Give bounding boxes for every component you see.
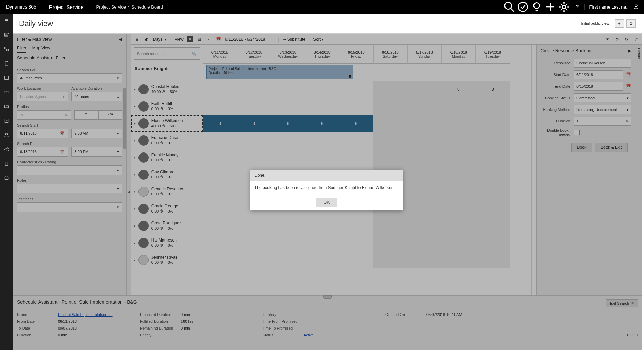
expand-icon[interactable]: ▸ — [134, 207, 136, 210]
resource-row[interactable]: ▸Gracie George0:00 ⏱ 0% — [131, 200, 203, 217]
calendar-cell[interactable] — [339, 234, 374, 251]
calendar-cell[interactable] — [203, 200, 237, 217]
nav-report-icon[interactable] — [2, 117, 11, 125]
calendar-cell[interactable] — [408, 217, 442, 234]
expand-icon[interactable]: ▸ — [134, 122, 136, 125]
calendar-cell[interactable] — [237, 234, 271, 251]
calendar-cell[interactable]: 8 — [442, 81, 476, 98]
book-exit-button[interactable]: Book & Exit — [595, 143, 628, 152]
calendar-cell[interactable]: 8 — [339, 115, 374, 132]
resize-handle[interactable] — [323, 295, 332, 299]
sort-select[interactable]: Sort ▾ — [313, 37, 324, 42]
calendar-cell[interactable] — [339, 81, 374, 98]
calendar-cell[interactable]: 8 — [203, 115, 237, 132]
resource-row[interactable]: ▸Faith Ratliff0:00 ⏱ 0% — [131, 98, 203, 115]
resource-row[interactable]: ▸Gay Gilmore0:00 ⏱ 0% — [131, 166, 203, 183]
calendar-cell[interactable] — [476, 200, 510, 217]
nav-schedule-icon[interactable] — [2, 31, 11, 39]
calendar-cell[interactable] — [271, 132, 305, 149]
nav-two-icon[interactable] — [2, 45, 11, 53]
resource-row[interactable]: ▸Hal Matheson0:00 ⏱ 0% — [131, 234, 203, 251]
calendar-cell[interactable] — [203, 98, 237, 115]
calendar-cell[interactable] — [442, 200, 476, 217]
expand-grid-icon[interactable]: ⊞ — [134, 37, 140, 42]
expand-icon[interactable]: ▸ — [134, 139, 136, 142]
calendar-cell[interactable] — [476, 166, 510, 183]
next-range-icon[interactable]: › — [268, 37, 275, 42]
territories-select[interactable]: ▾ — [17, 202, 122, 212]
resource-row[interactable]: ▸Francine Duran0:00 ⏱ 0% — [131, 132, 203, 149]
calendar-cell[interactable] — [374, 251, 408, 268]
sa-link[interactable]: Point of Sale Implementation - ... — [58, 312, 113, 317]
end-time-select[interactable]: 5:00 PM▾ — [71, 147, 122, 157]
calendar-cell[interactable] — [476, 98, 510, 115]
calendar-cell[interactable] — [374, 132, 408, 149]
nav-folder-icon[interactable] — [2, 102, 11, 111]
board-settings-button[interactable]: ⚙ — [626, 19, 636, 28]
days-select[interactable]: Days ▾ — [153, 37, 167, 42]
calendar-icon[interactable]: 📅 — [626, 84, 631, 89]
task-icon[interactable] — [516, 0, 530, 14]
calendar-cell[interactable] — [408, 132, 442, 149]
nav-db-icon[interactable] — [2, 88, 11, 96]
gear-icon[interactable]: ⚙ — [614, 37, 620, 42]
expand-icon[interactable]: ▸ — [134, 156, 136, 159]
calendar-cell[interactable] — [237, 81, 271, 98]
calendar-cell[interactable] — [305, 251, 339, 268]
resource-row[interactable]: ▸Jennifer Rivas0:00 ⏱ 0% — [131, 251, 203, 268]
calendar-cell[interactable] — [442, 217, 476, 234]
add-icon[interactable] — [543, 0, 557, 14]
calendar-cell[interactable] — [476, 234, 510, 251]
bulb-icon[interactable] — [530, 0, 543, 14]
exit-search-button[interactable]: Exit Search ✕ — [606, 299, 638, 307]
view-selector[interactable]: Initial public view — [580, 20, 610, 27]
calendar-cell[interactable] — [271, 217, 305, 234]
calendar-cell[interactable]: 8 — [476, 81, 510, 98]
calendar-icon[interactable]: 📅 — [626, 72, 631, 77]
avail-dur-select[interactable]: 40 hours⇅ — [71, 92, 122, 101]
calendar-cell[interactable] — [408, 183, 442, 200]
resource-input[interactable]: Florine Wilkerson — [574, 59, 631, 68]
calendar-cell[interactable] — [374, 217, 408, 234]
calendar-cell[interactable] — [408, 234, 442, 251]
resource-row[interactable]: ▸Greta Rodriquez0:00 ⏱ 0% — [131, 217, 203, 234]
calendar-cell[interactable] — [442, 183, 476, 200]
start-date-input[interactable]: 6/11/2018📅 — [17, 129, 68, 138]
calendar-cell[interactable] — [203, 251, 237, 268]
nav-bag-icon[interactable] — [2, 174, 11, 182]
calendar-cell[interactable] — [408, 81, 442, 98]
expand-icon[interactable]: ▸ — [134, 190, 136, 193]
calendar-icon[interactable]: 📅 — [60, 131, 65, 136]
pinned-resource[interactable]: Summer Knight — [131, 64, 203, 81]
nav-device-icon[interactable] — [2, 160, 11, 168]
sa-link[interactable]: Active — [304, 333, 314, 337]
brand[interactable]: Dynamics 365 — [0, 0, 43, 14]
calendar-cell[interactable] — [442, 166, 476, 183]
calendar-cell[interactable] — [442, 234, 476, 251]
work-location-select[interactable]: Location Agnostic▾ — [17, 92, 68, 101]
calendar-cell[interactable]: 8 — [271, 115, 305, 132]
calendar-cell[interactable] — [271, 234, 305, 251]
view-grid-icon[interactable]: ▦ — [196, 37, 203, 42]
calendar-cell[interactable] — [271, 98, 305, 115]
app-name[interactable]: Project Service — [43, 0, 90, 14]
calendar-cell[interactable] — [339, 132, 374, 149]
calendar-cell[interactable]: 8 — [305, 115, 339, 132]
calendar-cell[interactable] — [237, 217, 271, 234]
calendar-cell[interactable]: 8 — [237, 115, 271, 132]
expand-icon[interactable]: ▸ — [134, 224, 136, 228]
calendar-cell[interactable] — [271, 149, 305, 166]
calendar-cell[interactable] — [305, 149, 339, 166]
calendar-cell[interactable] — [442, 149, 476, 166]
end-date-input[interactable]: 6/15/2018 — [574, 82, 623, 91]
calendar-cell[interactable] — [408, 115, 442, 132]
roles-select[interactable]: ▾ — [17, 184, 122, 193]
calendar-cell[interactable] — [271, 251, 305, 268]
calendar-picker-icon[interactable]: 📅 — [216, 37, 222, 42]
calendar-cell[interactable] — [408, 166, 442, 183]
calendar-cell[interactable] — [237, 98, 271, 115]
expand-icon[interactable]: ▸ — [134, 241, 136, 245]
radius-input[interactable]: 20⇅ — [17, 110, 71, 120]
calendar-cell[interactable] — [203, 149, 237, 166]
calendar-cell[interactable] — [237, 149, 271, 166]
